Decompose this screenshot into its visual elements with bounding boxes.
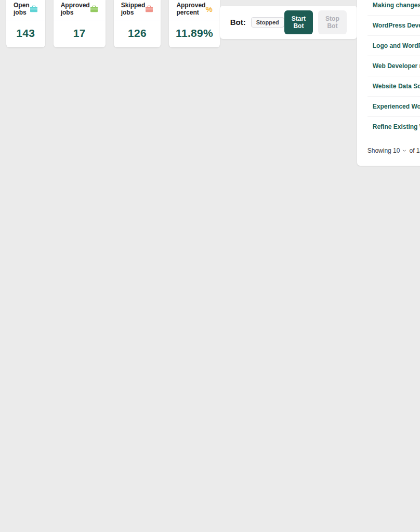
jobs-entries-summary: Showing 10 of 143 entries bbox=[368, 147, 420, 154]
jobs-table: Title Budget Published Client Rating Hir… bbox=[368, 0, 420, 137]
stat-value: 17 bbox=[54, 20, 106, 47]
stat-card-approved-jobs: Approved jobs 17 bbox=[54, 0, 106, 47]
job-title-link[interactable]: Website Data Scrapping and Data Entry bbox=[373, 83, 420, 90]
stat-card-open-jobs: Open jobs 143 bbox=[6, 0, 45, 47]
job-title: WordPress Developer Needed for Website O… bbox=[373, 22, 420, 29]
briefcase-icon bbox=[30, 5, 38, 13]
job-title: Logo and WordPress Website Design bbox=[373, 42, 420, 49]
entries-total: of 143 entries bbox=[409, 147, 420, 154]
job-title-link[interactable]: WordPress Developer Needed for Website O… bbox=[373, 22, 420, 29]
stat-card-skipped-jobs: Skipped jobs 126 bbox=[114, 0, 161, 47]
job-title-link[interactable]: Web Developer needed for Interior Design… bbox=[373, 62, 420, 70]
percent-icon: % bbox=[205, 5, 212, 14]
start-bot-button[interactable]: Start Bot bbox=[284, 10, 313, 34]
job-row: WordPress Developer Needed for Website O… bbox=[368, 15, 420, 35]
job-title: Website Data Scrapping and Data Entry bbox=[373, 83, 420, 90]
stop-bot-button[interactable]: Stop Bot bbox=[318, 10, 347, 34]
job-row: Web Developer needed for Interior Design… bbox=[368, 56, 420, 76]
jobs-panel: Jobs Potential BID: All Title Budget Pub… bbox=[357, 0, 420, 166]
stat-value: 126 bbox=[114, 20, 161, 47]
job-row: Refine Existing Website Design in Figma … bbox=[368, 116, 420, 137]
job-row: Website Data Scrapping and Data Entry $6… bbox=[368, 76, 420, 96]
bot-status-badge: Stopped bbox=[251, 17, 284, 28]
job-title-link[interactable]: Experienced WordPress Developer & Design… bbox=[373, 103, 420, 110]
bot-panel: Bot: Stopped Start Bot Stop Bot bbox=[220, 6, 357, 39]
stat-value: 143 bbox=[6, 20, 45, 47]
stat-card-approved-percent: Approved percent % 11.89% bbox=[169, 0, 219, 47]
stat-value: 11.89% bbox=[169, 20, 219, 47]
bot-label: Bot: bbox=[230, 18, 246, 26]
chevron-down-icon[interactable] bbox=[402, 148, 407, 153]
briefcase-icon bbox=[145, 5, 153, 13]
job-title: Experienced WordPress Developer & Design… bbox=[373, 103, 420, 110]
job-title-link[interactable]: Logo and WordPress Website Design bbox=[373, 42, 420, 49]
dashboard-page: Open jobs 143 Approved jobs 17 Skipped j… bbox=[0, 16, 420, 30]
stat-label: Approved jobs bbox=[61, 2, 90, 16]
job-row: Logo and WordPress Website Design $500 7… bbox=[368, 35, 420, 56]
job-title: Refine Existing Website Design in Figma … bbox=[373, 123, 420, 130]
stats-row: Open jobs 143 Approved jobs 17 Skipped j… bbox=[6, 0, 220, 47]
stat-label: Skipped jobs bbox=[121, 2, 146, 16]
job-title-link[interactable]: Refine Existing Website Design in Figma … bbox=[373, 123, 420, 130]
briefcase-icon bbox=[90, 5, 98, 13]
showing-count: Showing 10 bbox=[368, 147, 400, 154]
stat-label: Open jobs bbox=[14, 2, 30, 16]
job-row: Experienced WordPress Developer & Design… bbox=[368, 96, 420, 116]
stat-label: Approved percent bbox=[176, 2, 205, 16]
job-row: Making changes to existing WordPress Tem… bbox=[368, 0, 420, 15]
job-title: Web Developer needed for Interior Design… bbox=[373, 62, 420, 70]
job-title-link[interactable]: Making changes to existing WordPress Tem… bbox=[373, 2, 420, 9]
job-title: Making changes to existing WordPress Tem… bbox=[373, 2, 420, 9]
